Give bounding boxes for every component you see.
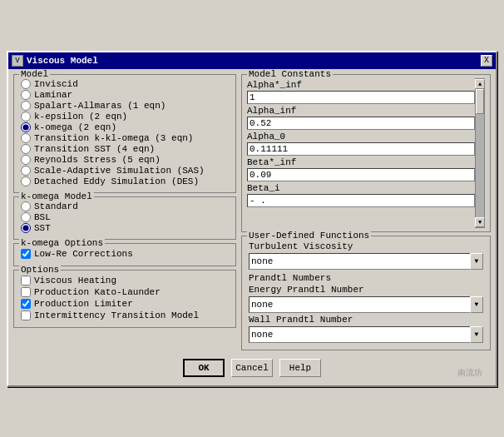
scroll-down-arrow[interactable]: ▼ (475, 217, 485, 227)
main-content-row: Model Inviscid Laminar Spalart-Allmaras … (13, 74, 491, 350)
k-epsilon-radio[interactable]: k-epsilon (2 eqn) (21, 112, 229, 122)
alpha-inf-item: Alpha_inf (247, 106, 475, 130)
bottom-area: OK Cancel Help 南流坊 (13, 354, 491, 380)
laminar-radio[interactable]: Laminar (21, 90, 229, 100)
prod-kato-checkbox[interactable]: Production Kato-Launder (21, 287, 229, 297)
alpha-star-inf-item: Alpha*_inf (247, 80, 475, 104)
button-row: OK Cancel Help (183, 354, 321, 380)
turbulent-viscosity-dropdown-wrapper: none ▼ (249, 253, 483, 270)
intermit-checkbox[interactable]: Intermittency Transition Model (21, 310, 229, 320)
beta-i-input[interactable] (247, 194, 475, 207)
constants-scroll-area[interactable]: Alpha*_inf Alpha_inf Alpha_0 (247, 78, 485, 228)
viscous-heating-checkbox[interactable]: Viscous Heating (21, 276, 229, 286)
beta-i-label: Beta_i (247, 183, 475, 193)
options-group-label: Options (19, 265, 61, 275)
left-column: Model Inviscid Laminar Spalart-Allmaras … (13, 74, 236, 350)
right-column: Model Constants Alpha*_inf Alpha_inf (241, 74, 491, 350)
beta-star-inf-input[interactable] (247, 168, 475, 181)
model-group-label: Model (19, 69, 50, 79)
turbulent-viscosity-dropdown[interactable]: none (249, 253, 483, 270)
scrollbar-thumb[interactable] (476, 89, 484, 114)
scroll-up-arrow[interactable]: ▲ (475, 79, 485, 89)
alpha-star-inf-input[interactable] (247, 91, 475, 104)
constants-content: Alpha*_inf Alpha_inf Alpha_0 (247, 80, 485, 207)
energy-prandtl-label: Energy Prandtl Number (249, 285, 483, 295)
inviscid-radio[interactable]: Inviscid (21, 79, 229, 89)
low-re-checkbox[interactable]: Low-Re Corrections (21, 249, 229, 259)
komega-model-group: k-omega Model Standard BSL SST (13, 196, 236, 240)
komega-options-label: k-omega Options (19, 238, 105, 248)
ok-button[interactable]: OK (183, 359, 225, 377)
window-title: Viscous Model (27, 56, 98, 66)
sas-radio[interactable]: Scale-Adaptive Simulation (SAS) (21, 166, 229, 176)
viscous-model-dialog: V Viscous Model X Model Inviscid (7, 51, 497, 387)
energy-prandtl-dropdown-wrapper: none ▼ (249, 296, 483, 313)
model-group: Model Inviscid Laminar Spalart-Allmaras … (13, 74, 236, 193)
beta-i-item: Beta_i (247, 183, 475, 207)
title-bar: V Viscous Model X (8, 52, 496, 69)
wall-prandtl-label: Wall Prandtl Number (249, 315, 483, 325)
model-constants-group: Model Constants Alpha*_inf Alpha_inf (241, 74, 491, 232)
alpha-0-label: Alpha_0 (247, 132, 475, 142)
beta-star-inf-item: Beta*_inf (247, 157, 475, 181)
trans-k-kl-radio[interactable]: Transition k-kl-omega (3 eqn) (21, 133, 229, 143)
close-button[interactable]: X (481, 55, 492, 67)
k-omega-radio[interactable]: k-omega (2 eqn) (21, 122, 229, 132)
help-button[interactable]: Help (279, 359, 321, 377)
trans-sst-radio[interactable]: Transition SST (4 eqn) (21, 144, 229, 154)
window-icon: V (12, 55, 23, 67)
alpha-0-input[interactable] (247, 142, 475, 156)
wall-prandtl-dropdown-wrapper: none ▼ (249, 326, 483, 343)
watermark: 南流坊 (457, 367, 482, 379)
spalart-radio[interactable]: Spalart-Allmaras (1 eqn) (21, 101, 229, 111)
constants-scrollbar[interactable]: ▲ ▼ (475, 78, 485, 228)
title-bar-left: V Viscous Model (12, 55, 98, 67)
turbulent-viscosity-label: Turbulent Viscosity (249, 241, 483, 251)
alpha-inf-input[interactable] (247, 117, 475, 130)
wall-prandtl-dropdown[interactable]: none (249, 326, 483, 343)
komega-options-group: k-omega Options Low-Re Corrections (13, 243, 236, 266)
prandtl-numbers-label: Prandtl Numbers (249, 273, 483, 283)
udf-group: User-Defined Functions Turbulent Viscosi… (241, 236, 491, 350)
options-group: Options Viscous Heating Production Kato-… (13, 270, 236, 328)
udf-group-label: User-Defined Functions (247, 231, 371, 241)
des-radio[interactable]: Detached Eddy Simulation (DES) (21, 176, 229, 186)
alpha-0-item: Alpha_0 (247, 132, 475, 156)
window-body: Model Inviscid Laminar Spalart-Allmaras … (8, 69, 496, 385)
standard-radio[interactable]: Standard (21, 201, 229, 211)
sst-radio[interactable]: SST (21, 223, 229, 233)
komega-model-label: k-omega Model (19, 191, 94, 201)
alpha-inf-label: Alpha_inf (247, 106, 475, 116)
cancel-button[interactable]: Cancel (231, 359, 273, 377)
scrollbar-track[interactable] (476, 89, 484, 217)
reynolds-radio[interactable]: Reynolds Stress (5 eqn) (21, 155, 229, 165)
alpha-star-inf-label: Alpha*_inf (247, 80, 475, 90)
energy-prandtl-dropdown[interactable]: none (249, 296, 483, 313)
prod-limiter-checkbox[interactable]: Production Limiter (21, 299, 229, 309)
bsl-radio[interactable]: BSL (21, 212, 229, 222)
beta-star-inf-label: Beta*_inf (247, 157, 475, 167)
